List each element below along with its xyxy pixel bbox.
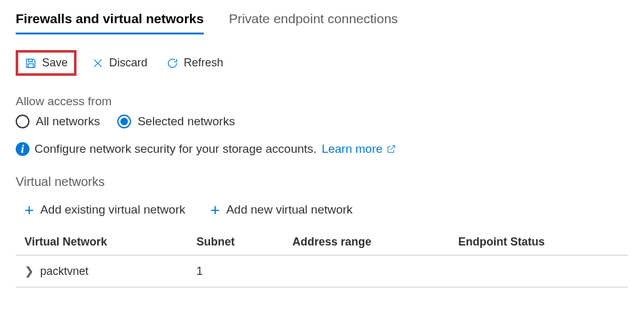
learn-more-label: Learn more [322, 142, 383, 156]
save-label: Save [42, 56, 68, 70]
toolbar: Save Discard Refresh [16, 50, 628, 76]
col-address-range: Address range [283, 229, 450, 255]
vnet-subnet: 1 [187, 255, 283, 287]
tab-firewalls[interactable]: Firewalls and virtual networks [16, 6, 204, 34]
plus-icon: + [210, 202, 219, 218]
chevron-right-icon: ❯ [24, 264, 34, 278]
info-banner: i Configure network security for your st… [16, 142, 628, 156]
col-virtual-network: Virtual Network [16, 229, 187, 255]
refresh-label: Refresh [184, 56, 223, 70]
radio-selected-networks[interactable]: Selected networks [117, 115, 235, 128]
save-button[interactable]: Save [16, 50, 77, 76]
plus-icon: + [24, 202, 34, 218]
add-existing-vnet-button[interactable]: + Add existing virtual network [24, 202, 185, 218]
tab-bar: Firewalls and virtual networks Private e… [16, 6, 628, 34]
vnet-table: Virtual Network Subnet Address range End… [16, 229, 628, 287]
radio-icon [16, 115, 29, 128]
add-new-label: Add new virtual network [226, 203, 353, 217]
virtual-networks-heading: Virtual networks [16, 175, 628, 189]
external-link-icon [386, 144, 396, 154]
svg-rect-0 [28, 63, 33, 67]
vnet-name: packtvnet [40, 265, 88, 278]
row-expand-toggle[interactable]: ❯ packtvnet [24, 264, 179, 278]
info-text: Configure network security for your stor… [34, 142, 317, 156]
save-icon [24, 57, 37, 70]
vnet-range [283, 255, 450, 287]
allow-access-radio-group: All networks Selected networks [16, 115, 628, 128]
radio-all-networks[interactable]: All networks [16, 115, 100, 128]
refresh-button[interactable]: Refresh [162, 54, 227, 72]
radio-icon [117, 115, 131, 128]
add-new-vnet-button[interactable]: + Add new virtual network [210, 202, 352, 218]
col-endpoint-status: Endpoint Status [450, 229, 628, 255]
close-icon [92, 57, 104, 70]
info-icon: i [16, 142, 29, 156]
radio-label: Selected networks [137, 115, 235, 128]
discard-button[interactable]: Discard [88, 54, 151, 72]
vnet-status [450, 255, 628, 287]
tab-private-endpoint[interactable]: Private endpoint connections [229, 6, 398, 34]
learn-more-link[interactable]: Learn more [322, 142, 396, 156]
col-subnet: Subnet [187, 229, 283, 255]
allow-access-label: Allow access from [16, 95, 628, 108]
vnet-actions: + Add existing virtual network + Add new… [16, 202, 628, 218]
table-row: ❯ packtvnet 1 [16, 255, 628, 287]
refresh-icon [166, 57, 179, 70]
discard-label: Discard [109, 56, 147, 70]
radio-label: All networks [36, 115, 100, 128]
add-existing-label: Add existing virtual network [40, 203, 185, 217]
